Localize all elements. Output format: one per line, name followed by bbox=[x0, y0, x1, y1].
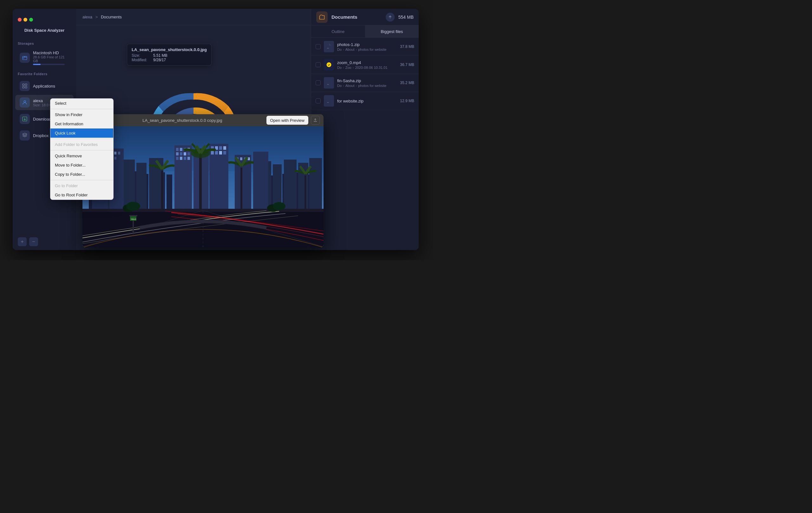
context-menu-item-show-in-finder[interactable]: Show in Finder bbox=[51, 110, 113, 119]
panel-folder-size: 554 MB bbox=[398, 15, 414, 20]
svg-rect-72 bbox=[180, 157, 182, 160]
add-folder-button[interactable]: + bbox=[18, 237, 27, 246]
sidebar-item-text: Dropbox bbox=[33, 133, 49, 138]
context-menu-divider-1 bbox=[51, 109, 113, 109]
svg-rect-48 bbox=[309, 158, 322, 212]
tab-biggest-files[interactable]: Biggest files bbox=[365, 25, 419, 37]
file-item-3[interactable]: zip fin-Sasha.zip Do › About › photos fo… bbox=[311, 74, 419, 92]
context-menu-item-quick-remove[interactable]: Quick Remove bbox=[51, 151, 113, 161]
tooltip-modified-row: Modified: 9/28/17 bbox=[132, 58, 207, 62]
la-cityscape-svg: YIELD bbox=[83, 126, 323, 248]
sidebar-item-macintosh-hd[interactable]: Macintosh HD 28.6 GB Free of 121 GB bbox=[15, 48, 74, 67]
svg-text:YIELD: YIELD bbox=[131, 218, 136, 220]
file-name-4: for website.zip bbox=[337, 99, 397, 104]
svg-rect-57 bbox=[114, 152, 116, 154]
svg-rect-82 bbox=[219, 151, 222, 154]
svg-point-105 bbox=[273, 202, 286, 210]
file-size-1: 37.8 MB bbox=[400, 45, 414, 49]
svg-rect-5 bbox=[25, 87, 27, 88]
open-with-preview-button[interactable]: Open with Preview bbox=[266, 116, 308, 125]
sidebar-item-applications[interactable]: Applications bbox=[15, 78, 74, 93]
file-info-4: for website.zip bbox=[337, 99, 397, 104]
context-menu-item-quick-look[interactable]: Quick Look bbox=[51, 129, 113, 138]
breadcrumb-parent[interactable]: alexa bbox=[83, 15, 92, 19]
file-checkbox-4[interactable] bbox=[316, 98, 321, 104]
file-size-3: 35.2 MB bbox=[400, 81, 414, 85]
svg-point-1 bbox=[24, 58, 24, 58]
file-icon-1: zip bbox=[324, 41, 334, 52]
svg-rect-93 bbox=[161, 171, 163, 212]
upload-button[interactable] bbox=[386, 13, 395, 22]
svg-rect-46 bbox=[284, 160, 296, 212]
context-menu-item-get-information[interactable]: Get Information bbox=[51, 119, 113, 129]
close-button[interactable] bbox=[18, 18, 22, 22]
file-item-4[interactable]: zip for website.zip 12.9 MB bbox=[311, 92, 419, 110]
svg-rect-58 bbox=[118, 152, 120, 154]
context-menu-divider-4 bbox=[51, 180, 113, 180]
tooltip-filename: LA_sean_pavone_shutterstock.0.0.jpg bbox=[132, 47, 207, 52]
file-checkbox-1[interactable] bbox=[316, 44, 321, 49]
svg-rect-67 bbox=[176, 152, 179, 155]
file-checkbox-2[interactable] bbox=[316, 62, 321, 67]
svg-point-11 bbox=[327, 62, 331, 67]
file-info-2: zoom_0.mp4 Do › Zoo › 2020-08-06 10.31.0… bbox=[337, 60, 397, 69]
tooltip-size-label: Size: bbox=[132, 53, 151, 58]
svg-rect-99 bbox=[129, 215, 137, 217]
file-path-3: Do › About › photos for website bbox=[337, 84, 397, 88]
svg-rect-81 bbox=[215, 151, 218, 154]
storage-bar bbox=[33, 64, 65, 65]
context-menu: Select Show in Finder Get Information Qu… bbox=[50, 98, 114, 200]
drive-icon bbox=[20, 53, 30, 63]
sidebar-bottom: + − bbox=[13, 233, 76, 250]
app-title: Disk Space Analyzer bbox=[13, 25, 76, 38]
tooltip-modified-value: 9/28/17 bbox=[153, 58, 166, 62]
context-menu-divider-2 bbox=[51, 139, 113, 139]
panel-folder-name: Documents bbox=[331, 14, 382, 20]
alexa-icon bbox=[20, 97, 30, 108]
context-menu-item-move-to-folder[interactable]: Move to Folder... bbox=[51, 161, 113, 170]
breadcrumb-current: Documents bbox=[101, 15, 122, 19]
file-info-1: photos-1.zip Do › About › photos for web… bbox=[337, 42, 397, 51]
file-item-2[interactable]: zoom_0.mp4 Do › Zoo › 2020-08-06 10.31.0… bbox=[311, 56, 419, 74]
dropbox-name: Dropbox bbox=[33, 133, 49, 138]
svg-rect-2 bbox=[23, 84, 24, 85]
file-path-2: Do › Zoo › 2020-08-06 10.31.01 bbox=[337, 66, 397, 69]
context-menu-item-go-to-folder: Go to Folder bbox=[51, 181, 113, 190]
dropbox-icon bbox=[20, 131, 30, 141]
svg-rect-64 bbox=[180, 148, 182, 151]
sidebar-item-text: Applications bbox=[33, 84, 55, 88]
panel-header: Documents 554 MB bbox=[311, 9, 419, 25]
context-menu-item-copy-to-folder[interactable]: Copy to Folder... bbox=[51, 170, 113, 179]
file-size-2: 36.7 MB bbox=[400, 62, 414, 67]
context-menu-item-select[interactable]: Select bbox=[51, 99, 113, 108]
file-name-3: fin-Sasha.zip bbox=[337, 78, 397, 83]
drive-name: Macintosh HD bbox=[33, 51, 69, 55]
traffic-lights bbox=[18, 18, 33, 22]
tooltip-size-value: 5.51 MB bbox=[153, 53, 168, 58]
applications-icon bbox=[20, 81, 30, 91]
svg-text:zip: zip bbox=[327, 47, 329, 49]
section-favorites-label: Favorite Folders bbox=[13, 68, 76, 78]
file-icon-3: zip bbox=[324, 77, 334, 88]
svg-text:zip: zip bbox=[327, 83, 329, 85]
file-name-1: photos-1.zip bbox=[337, 42, 397, 47]
quicklook-actions: Open with Preview bbox=[266, 116, 320, 125]
maximize-button[interactable] bbox=[29, 18, 33, 22]
tab-outline[interactable]: Outline bbox=[311, 25, 365, 37]
file-icon-2 bbox=[324, 59, 334, 70]
quicklook-share-button[interactable] bbox=[311, 116, 320, 125]
title-bar bbox=[13, 9, 76, 25]
breadcrumb-separator: > bbox=[95, 15, 99, 19]
svg-rect-87 bbox=[240, 158, 242, 160]
minimize-button[interactable] bbox=[24, 18, 27, 22]
right-panel: Documents 554 MB Outline Biggest files bbox=[311, 9, 419, 250]
context-menu-item-go-to-root[interactable]: Go to Root Folder bbox=[51, 190, 113, 200]
applications-name: Applications bbox=[33, 84, 55, 88]
remove-folder-button[interactable]: − bbox=[29, 237, 38, 246]
section-storages-label: Storages bbox=[13, 38, 76, 47]
file-item-1[interactable]: zip photos-1.zip Do › About › photos for… bbox=[311, 38, 419, 56]
file-checkbox-3[interactable] bbox=[316, 80, 321, 85]
svg-rect-83 bbox=[223, 151, 226, 154]
svg-rect-63 bbox=[176, 148, 179, 151]
quicklook-image: YIELD bbox=[83, 126, 323, 248]
